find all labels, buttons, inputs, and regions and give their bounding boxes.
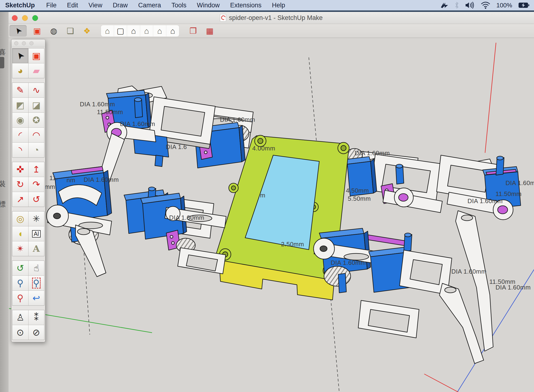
tool-polygon[interactable]: ✪: [29, 113, 44, 127]
dimension-label: DIA 1.60mm: [169, 214, 204, 221]
palette-zoom-button[interactable]: [29, 41, 33, 45]
viewport[interactable]: DIA 1.60mm11.50mmDIA 1.60mmDIA 1.60mmDIA…: [9, 38, 534, 392]
document-icon: [220, 14, 226, 22]
tool-orbit[interactable]: ↺: [12, 261, 28, 275]
standard-views-group: ⌂▢⌂⌂⌂⌂: [101, 25, 179, 37]
menu-item-tools[interactable]: Tools: [166, 2, 192, 9]
view-top-icon: ▢: [117, 27, 124, 35]
screenshot-tool-icon[interactable]: [440, 2, 448, 9]
toolbar-get-models-button[interactable]: ❐: [187, 25, 199, 37]
toolbar-extension-tool-button[interactable]: ▦: [204, 25, 216, 37]
menu-item-file[interactable]: File: [41, 2, 62, 9]
leg-right-inner[interactable]: [345, 149, 442, 213]
close-button[interactable]: [12, 15, 18, 21]
tool-eraser[interactable]: ▰: [29, 63, 44, 78]
tool-pan[interactable]: ☝: [29, 261, 44, 275]
tool-pie[interactable]: ◔: [29, 143, 44, 157]
palette-title-bar[interactable]: [11, 39, 45, 47]
tool-position-camera[interactable]: ♙: [12, 310, 28, 325]
view-left-icon: ⌂: [170, 27, 175, 35]
menu-item-draw[interactable]: Draw: [108, 2, 133, 9]
tool-zoom-extents[interactable]: ⚲: [12, 291, 28, 305]
tool-make-component[interactable]: ▣: [29, 48, 44, 63]
palette-close-button[interactable]: [14, 41, 18, 45]
minimize-button[interactable]: [22, 15, 28, 21]
menu-item-window[interactable]: Window: [192, 2, 225, 9]
select-icon: ➤: [14, 50, 26, 61]
orbit-icon: ↺: [16, 264, 24, 273]
tool-walk[interactable]: ⁑: [29, 310, 44, 325]
tool-select[interactable]: ➤: [12, 48, 28, 63]
protractor-icon: ◖: [18, 229, 23, 238]
leg-back-inner[interactable]: [141, 187, 226, 274]
tool-scale[interactable]: ↗: [12, 192, 28, 207]
toolbar-select-button[interactable]: ➤: [10, 25, 27, 37]
pan-icon: ☝: [33, 264, 39, 273]
wifi-icon[interactable]: [481, 2, 490, 9]
toolbar-view-front-button[interactable]: ⌂: [127, 25, 140, 37]
tool-freehand[interactable]: ∿: [29, 83, 44, 98]
tool-tape-measure[interactable]: ◎: [12, 211, 28, 226]
three-point-arc-icon: ◝: [19, 145, 22, 154]
menu-item-camera[interactable]: Camera: [133, 2, 166, 9]
rotate-icon: ↻: [16, 180, 24, 189]
tool-zoom-window[interactable]: ⚲: [29, 276, 44, 290]
dimension-label: DIA 1.6: [166, 143, 187, 151]
tool-section-plane[interactable]: ⊘: [29, 325, 44, 340]
menu-item-edit[interactable]: Edit: [62, 2, 83, 9]
toolbar-make-component-button[interactable]: ▣: [31, 25, 43, 37]
tool-3d-text[interactable]: A: [29, 241, 44, 256]
tool-arc[interactable]: ◜: [12, 128, 28, 142]
styles-icon: ❖: [83, 27, 91, 35]
tool-rotated-rectangle[interactable]: ◪: [29, 98, 44, 112]
tool-previous[interactable]: ↩: [29, 291, 44, 305]
tool-circle[interactable]: ◉: [12, 113, 28, 127]
toolbar-add-location-button[interactable]: ◍: [48, 25, 60, 37]
menu-item-view[interactable]: View: [83, 2, 108, 9]
bluetooth-icon[interactable]: [455, 1, 459, 9]
volume-icon[interactable]: [465, 1, 475, 9]
tool-three-point-arc[interactable]: ◝: [12, 143, 28, 157]
menu-bar: SketchUp FileEditViewDrawCameraToolsWind…: [0, 0, 534, 10]
tool-zoom[interactable]: ⚲: [12, 276, 28, 290]
tool-two-point-arc[interactable]: ◠: [29, 128, 44, 142]
toolbar-view-iso-button[interactable]: ⌂: [101, 25, 114, 37]
tool-offset[interactable]: ↺: [29, 192, 44, 207]
menu-item-help[interactable]: Help: [267, 2, 291, 9]
tool-text[interactable]: Al: [29, 226, 44, 241]
toolbar-shadows-button[interactable]: ❏: [64, 25, 76, 37]
main-toolbar: ➤▣◍❏❖⌂▢⌂⌂⌂⌂❐▦: [9, 24, 534, 38]
tool-rectangle[interactable]: ◩: [12, 98, 28, 112]
palette-group-5: ↺☝⚲⚲⚲↩: [12, 261, 44, 306]
battery-icon[interactable]: [518, 2, 529, 8]
toolbar-view-right-button[interactable]: ⌂: [140, 25, 153, 37]
tool-follow-me[interactable]: ↷: [29, 177, 44, 192]
tool-rotate[interactable]: ↻: [12, 177, 28, 192]
tool-axes[interactable]: ✴: [12, 241, 28, 256]
tool-dimensions[interactable]: ✳: [29, 211, 44, 226]
palette-group-6: ♙⁑⊙⊘: [12, 310, 44, 340]
tool-push-pull[interactable]: ↥: [29, 162, 44, 177]
dimension-label: DIA 1.60mm: [355, 149, 390, 157]
toolbar-view-left-button[interactable]: ⌂: [166, 25, 179, 37]
model-canvas[interactable]: [9, 38, 534, 392]
tool-move[interactable]: ✜: [12, 162, 28, 177]
dimension-label: 2.50mm: [281, 241, 304, 248]
tool-protractor[interactable]: ◖: [12, 226, 28, 241]
tool-paint-bucket[interactable]: ◕: [12, 63, 28, 78]
tool-look-around[interactable]: ⊙: [12, 325, 28, 340]
tool-line[interactable]: ✎: [12, 83, 28, 98]
palette-minimize-button[interactable]: [22, 41, 26, 45]
paint-bucket-icon: ◕: [18, 66, 23, 75]
dimension-label: DIA 1.60mm: [120, 120, 155, 128]
menu-item-extensions[interactable]: Extensions: [225, 2, 267, 9]
menu-app-name[interactable]: SketchUp: [0, 2, 41, 9]
toolbar-styles-button[interactable]: ❖: [81, 25, 93, 37]
large-tool-set-palette[interactable]: ➤▣◕▰✎∿◩◪◉✪◜◠◝◔✜↥↻↷↗↺◎✳◖Al✴A↺☝⚲⚲⚲↩♙⁑⊙⊘: [11, 39, 45, 342]
leg-back-right[interactable]: [314, 228, 484, 364]
toolbar-view-back-button[interactable]: ⌂: [153, 25, 166, 37]
dimension-label: nm: [67, 177, 75, 184]
toolbar-view-top-button[interactable]: ▢: [114, 25, 127, 37]
zoom-window-button[interactable]: [32, 15, 38, 21]
palette-group-2: ✎∿◩◪◉✪◜◠◝◔: [12, 83, 44, 158]
